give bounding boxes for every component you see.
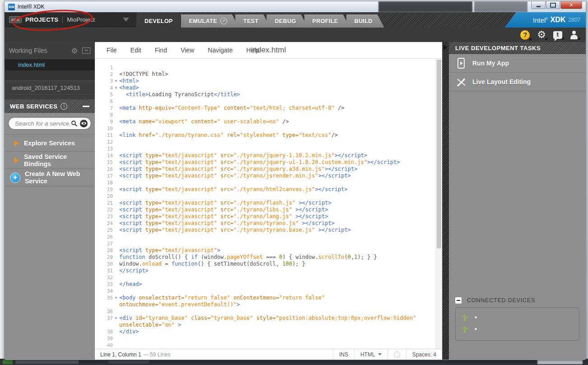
code-line[interactable]: 26 bbox=[95, 234, 442, 240]
insert-mode-toggle[interactable]: INS bbox=[333, 349, 354, 360]
tab-test[interactable]: TEST bbox=[235, 14, 271, 28]
code-line[interactable]: 23<script type="text/javascript" src="./… bbox=[95, 213, 442, 220]
code-line[interactable]: 18 bbox=[95, 179, 442, 186]
code-line[interactable]: 15<script type="text/javascript" src="./… bbox=[95, 159, 442, 166]
projects-selector[interactable]: XDK PROJECTS MioProject bbox=[5, 12, 136, 27]
scrollbar-thumb[interactable] bbox=[437, 60, 441, 248]
menu-find[interactable]: Find bbox=[155, 47, 167, 54]
code-line[interactable]: 37▼<div id="tyrano_base" class="tyrano_b… bbox=[95, 315, 442, 322]
code-line[interactable]: 17<script type="text/javascript" src="./… bbox=[95, 173, 442, 179]
tab-develop[interactable]: DEVELOP bbox=[136, 14, 185, 28]
code-line[interactable]: 14<script type="text/javascript" src="./… bbox=[95, 152, 442, 159]
device-row[interactable]: * bbox=[461, 312, 579, 324]
device-row[interactable]: * bbox=[461, 324, 579, 336]
code-line[interactable]: 33</head> bbox=[95, 281, 442, 288]
code-line[interactable]: 9<meta name="viewport" content=" user-sc… bbox=[95, 118, 442, 125]
fold-arrow-icon[interactable]: ▼ bbox=[113, 78, 119, 84]
code-line[interactable]: 6 bbox=[95, 98, 442, 105]
account-button[interactable] bbox=[569, 30, 579, 39]
code-text: <meta name="viewport" content=" user-sca… bbox=[119, 118, 442, 125]
search-input[interactable] bbox=[14, 120, 71, 127]
collapse-devices-button[interactable] bbox=[455, 297, 462, 304]
code-line[interactable]: 29function doScroll() { if (window.pageY… bbox=[95, 254, 442, 261]
chevron-down-icon[interactable] bbox=[123, 18, 129, 22]
eye-preview-icon[interactable] bbox=[80, 120, 88, 127]
info-icon[interactable]: i bbox=[61, 103, 67, 110]
code-line[interactable]: 38</div> bbox=[95, 328, 442, 335]
code-line[interactable]: 5 <title>Loading TyranoScript</title> bbox=[95, 91, 442, 98]
line-number: 6 bbox=[95, 98, 113, 105]
code-line[interactable]: 24<script type="text/javascript" src="./… bbox=[95, 220, 442, 227]
background-fragment bbox=[3, 360, 13, 364]
maximize-button[interactable] bbox=[546, 1, 560, 9]
fold-gutter bbox=[113, 254, 119, 261]
menu-edit[interactable]: Edit bbox=[131, 47, 141, 54]
task-run-my-app[interactable]: Run My App bbox=[449, 54, 586, 73]
code-line[interactable]: 11<link href="./tyrano/tyrano.css" rel="… bbox=[95, 132, 442, 139]
code-line[interactable]: 39 bbox=[95, 335, 442, 342]
indentation-setting[interactable]: Spaces: 4 bbox=[406, 349, 442, 360]
code-line[interactable]: 3▼<html> bbox=[95, 78, 442, 84]
code-area[interactable]: 12<!DOCTYPE html>3▼<html>4▼<head>5 <titl… bbox=[95, 59, 442, 349]
code-line[interactable]: unselectable="on" > bbox=[95, 322, 442, 328]
code-line[interactable]: 2<!DOCTYPE html> bbox=[95, 71, 442, 78]
code-line[interactable]: 10 bbox=[95, 125, 442, 132]
code-line[interactable]: 21<script type="text/javascript" src="./… bbox=[95, 200, 442, 206]
create-web-service-button[interactable]: + Create A New Web Service bbox=[5, 169, 95, 187]
help-icon: ? bbox=[520, 30, 530, 40]
task-live-layout-editing[interactable]: Live Layout Editing bbox=[449, 73, 586, 91]
service-item-explore-services[interactable]: Explore Services bbox=[5, 134, 95, 151]
minimize-button[interactable] bbox=[531, 1, 546, 9]
code-line[interactable]: 20 bbox=[95, 193, 442, 200]
code-line[interactable]: ontouchmove="event.preventDefault()"> bbox=[95, 301, 442, 308]
code-line[interactable]: 22<script type="text/javascript" src="./… bbox=[95, 206, 442, 213]
menu-file[interactable]: File bbox=[107, 47, 117, 54]
collapse-panel-arrow-icon[interactable] bbox=[443, 45, 447, 50]
tab-debug[interactable]: DEBUG bbox=[266, 14, 308, 28]
code-line[interactable]: 34 bbox=[95, 288, 442, 295]
code-line[interactable]: 30window.onload = function() { setTimeou… bbox=[95, 261, 442, 267]
toolbar: ? ⚙ t bbox=[5, 28, 586, 42]
tab-build[interactable]: BUILD bbox=[346, 14, 384, 28]
code-line[interactable]: 31</script> bbox=[95, 267, 442, 274]
code-line[interactable]: 36 bbox=[95, 308, 442, 315]
service-item-saved-service-bindings[interactable]: Saved Service Bindings bbox=[5, 151, 95, 169]
lint-status-indicator[interactable] bbox=[387, 349, 406, 360]
code-line[interactable]: 28<script type="text/javascript"> bbox=[95, 247, 442, 254]
close-button[interactable]: ✕ bbox=[560, 1, 582, 9]
code-line[interactable]: 8 bbox=[95, 112, 442, 118]
fold-arrow-icon[interactable]: ▼ bbox=[113, 295, 119, 301]
project-folder-item[interactable]: android_2016117_124513 bbox=[5, 81, 95, 95]
language-mode-select[interactable]: HTML bbox=[354, 349, 387, 360]
code-line[interactable]: 32 bbox=[95, 274, 442, 281]
feedback-button[interactable]: t bbox=[553, 31, 562, 39]
tab-profile[interactable]: PROFILE bbox=[304, 14, 350, 28]
fold-arrow-icon[interactable]: ▼ bbox=[113, 315, 119, 322]
settings-button[interactable]: ⚙ bbox=[537, 30, 546, 39]
collapse-web-services-button[interactable] bbox=[83, 106, 89, 107]
code-line[interactable]: 35▼<body onselectstart="return false" on… bbox=[95, 295, 442, 301]
code-line[interactable]: 7<meta http-equiv="Content-Type" content… bbox=[95, 105, 442, 112]
fold-arrow-icon[interactable]: ▼ bbox=[113, 84, 119, 91]
split-view-icon[interactable]: ↔ bbox=[82, 47, 90, 54]
code-line[interactable]: 19<script type="text/javascript" src="./… bbox=[95, 186, 442, 193]
code-line[interactable]: 27 bbox=[95, 240, 442, 247]
code-line[interactable]: 4▼<head> bbox=[95, 84, 442, 91]
code-text: <script type="text/javascript" src="./ty… bbox=[119, 227, 442, 234]
menu-view[interactable]: View bbox=[181, 47, 194, 54]
tab-emulate[interactable]: EMULATE↗ bbox=[181, 14, 239, 28]
line-number: 24 bbox=[95, 220, 113, 227]
code-line[interactable]: 16<script type="text/javascript" src="./… bbox=[95, 166, 442, 173]
editor-scrollbar[interactable] bbox=[436, 59, 442, 349]
code-line[interactable]: 1 bbox=[95, 64, 442, 71]
code-line[interactable]: 12 bbox=[95, 139, 442, 145]
search-icon[interactable] bbox=[71, 120, 78, 127]
working-file-index-html[interactable]: index.html bbox=[5, 59, 95, 70]
help-button[interactable]: ? bbox=[520, 30, 530, 40]
code-line[interactable]: 25<script type="text/javascript" src="./… bbox=[95, 227, 442, 234]
menu-navigate[interactable]: Navigate bbox=[208, 47, 233, 54]
code-line[interactable]: 13 bbox=[95, 145, 442, 152]
code-line[interactable]: 40 bbox=[95, 342, 442, 349]
panel-divider[interactable] bbox=[442, 42, 449, 360]
working-files-gear-icon[interactable]: ⚙ bbox=[71, 47, 78, 55]
